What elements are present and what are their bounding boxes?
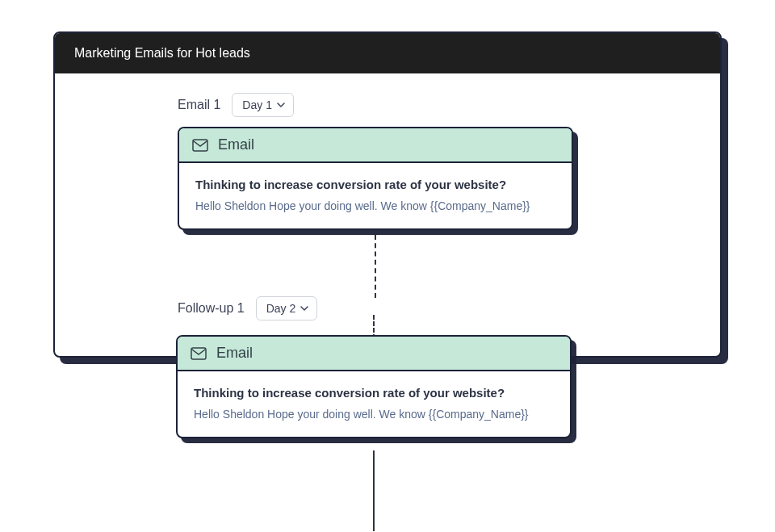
day-selector-1[interactable]: Day 1: [232, 93, 294, 117]
email-card-1-subject: Thinking to increase conversion rate of …: [195, 178, 555, 191]
window-content: Email 1 Day 1 Email Thinking to increase…: [55, 73, 720, 356]
day-selector-2-text: Day 2: [266, 302, 296, 315]
email-card-1-preview: Hello Sheldon Hope your doing well. We k…: [195, 199, 555, 212]
window-titlebar: Marketing Emails for Hot leads: [55, 33, 720, 73]
chevron-down-icon: [300, 306, 308, 311]
step-label-2: Follow-up 1: [178, 301, 245, 316]
campaign-window: Marketing Emails for Hot leads Email 1 D…: [53, 31, 722, 358]
step-header-2: Follow-up 1 Day 2: [55, 296, 720, 320]
email-card-2-wrapper: Email Thinking to increase conversion ra…: [176, 335, 572, 438]
window-title: Marketing Emails for Hot leads: [74, 46, 250, 61]
email-card-1[interactable]: Email Thinking to increase conversion ra…: [178, 127, 573, 230]
email-card-2-subject: Thinking to increase conversion rate of …: [194, 386, 554, 400]
email-card-2-body: Thinking to increase conversion rate of …: [178, 371, 570, 437]
step-header-1: Email 1 Day 1: [55, 93, 720, 117]
email-card-2[interactable]: Email Thinking to increase conversion ra…: [176, 335, 572, 438]
email-icon: [191, 347, 207, 360]
connector-line-2: [373, 450, 375, 531]
day-selector-2[interactable]: Day 2: [256, 296, 318, 320]
svg-rect-1: [191, 348, 206, 359]
step-label-1: Email 1: [178, 98, 220, 112]
email-card-2-preview: Hello Sheldon Hope your doing well. We k…: [194, 408, 554, 421]
email-card-1-header: Email: [179, 128, 572, 163]
svg-rect-0: [193, 140, 207, 151]
day-selector-1-text: Day 1: [242, 98, 272, 111]
chevron-down-icon: [277, 103, 285, 107]
connector-line-1: [375, 235, 376, 298]
email-card-2-header: Email: [178, 337, 570, 371]
email-card-1-body: Thinking to increase conversion rate of …: [179, 163, 572, 228]
email-card-2-title: Email: [216, 345, 253, 362]
email-card-1-title: Email: [218, 136, 254, 153]
email-icon: [192, 139, 208, 152]
